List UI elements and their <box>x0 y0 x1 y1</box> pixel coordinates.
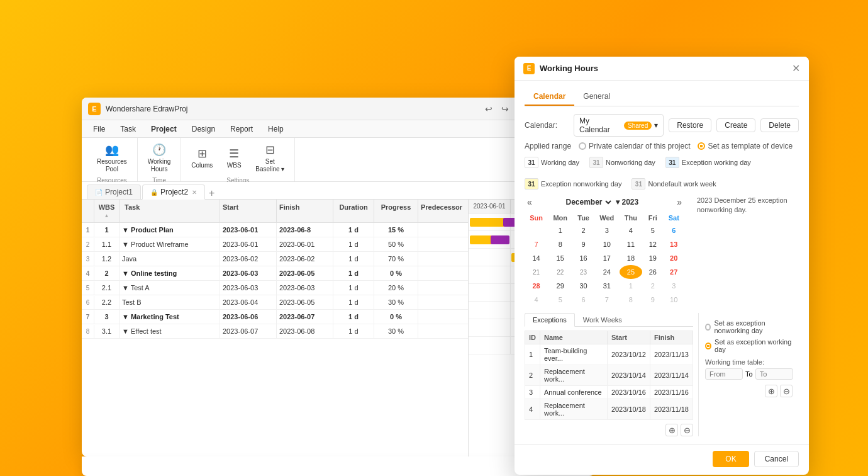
exc-tab-exceptions[interactable]: Exceptions <box>525 313 575 327</box>
cal-month-select[interactable]: December <box>564 197 613 207</box>
menu-help[interactable]: Help <box>262 122 290 136</box>
cell-task-4[interactable]: ▼ Online testing <box>120 266 220 280</box>
cal-day[interactable] <box>525 224 548 237</box>
cell-task-5[interactable]: ▼ Test A <box>120 281 220 295</box>
add-exception-button[interactable]: ⊕ <box>665 424 678 436</box>
tab-project2-close[interactable]: ✕ <box>192 189 197 196</box>
cal-day-other[interactable]: 7 <box>594 293 620 307</box>
redo-button[interactable]: ↪ <box>498 101 513 116</box>
cal-day[interactable]: 18 <box>620 251 642 265</box>
cell-task-1[interactable]: ▼ Product Plan <box>120 223 220 237</box>
menu-report[interactable]: Report <box>224 122 259 136</box>
delete-button[interactable]: Delete <box>760 118 799 132</box>
resources-pool-button[interactable]: 👥 ResourcesPool <box>92 140 132 176</box>
dialog-tab-general[interactable]: General <box>574 88 619 106</box>
option-working[interactable]: Set as exception working day <box>705 338 793 353</box>
working-hours-button[interactable]: 🕐 WorkingHours <box>143 140 176 176</box>
cal-day-other[interactable]: 3 <box>663 279 684 293</box>
cell-task-8[interactable]: ▼ Effect test <box>120 324 220 338</box>
remove-time-button[interactable]: ⊖ <box>780 385 793 397</box>
cal-day-sun[interactable]: 7 <box>525 237 548 251</box>
columns-button[interactable]: ⊞ Colums <box>186 144 218 172</box>
cal-day[interactable]: 21 <box>525 265 548 279</box>
cal-day-other[interactable]: 9 <box>642 293 663 307</box>
restore-button[interactable]: Restore <box>669 118 711 132</box>
cal-day[interactable]: 14 <box>525 251 548 265</box>
exc-row-4[interactable]: 4 Replacement work... 2023/10/18 2023/11… <box>525 399 693 420</box>
ok-button[interactable]: OK <box>713 451 748 467</box>
to-input[interactable] <box>755 368 793 380</box>
exc-row-1[interactable]: 1 Team-building ever... 2023/10/12 2023/… <box>525 344 693 365</box>
remove-exception-button[interactable]: ⊖ <box>681 424 693 436</box>
cal-day[interactable]: 28 <box>525 279 548 293</box>
cal-day-other[interactable]: 10 <box>663 293 684 307</box>
option-nonworking[interactable]: Set as exception nonworking day <box>705 319 793 334</box>
cal-day[interactable]: 1 <box>548 224 572 237</box>
cell-task-2[interactable]: ▼ Product Wireframe <box>120 237 220 251</box>
dialog-close-button[interactable]: ✕ <box>792 62 800 74</box>
cal-day[interactable]: 19 <box>642 251 663 265</box>
menu-file[interactable]: File <box>87 122 111 136</box>
cal-next-button[interactable]: » <box>674 196 684 208</box>
cal-day[interactable]: 29 <box>548 279 572 293</box>
cal-day[interactable]: 31 <box>594 279 620 293</box>
cal-year-input[interactable] <box>622 198 646 207</box>
cal-day-other[interactable]: 4 <box>525 293 548 307</box>
radio-template[interactable]: Set as template of device <box>698 142 793 150</box>
cal-day-other[interactable]: 8 <box>620 293 642 307</box>
set-baseline-button[interactable]: ⊟ SetBaseline ▾ <box>250 140 289 176</box>
exc-row-3[interactable]: 3 Annual conference 2023/10/16 2023/11/1… <box>525 386 693 399</box>
cal-day[interactable]: 4 <box>620 224 642 237</box>
cal-day[interactable]: 13 <box>663 237 684 251</box>
cal-day-other[interactable]: 6 <box>572 293 594 307</box>
exc-col-start: Start <box>607 331 650 344</box>
dialog-tab-calendar[interactable]: Calendar <box>525 88 574 106</box>
cal-day[interactable]: 10 <box>594 237 620 251</box>
table-row: 5 2.1 ▼ Test A 2023-06-03 2023-06-03 1 d… <box>82 281 468 295</box>
cal-day[interactable]: 26 <box>642 265 663 279</box>
exc-tab-workweeks[interactable]: Work Weeks <box>575 313 630 326</box>
cal-day[interactable]: 12 <box>642 237 663 251</box>
cal-prev-prev-button[interactable]: « <box>525 196 535 208</box>
cal-day-sat[interactable]: 6 <box>663 224 684 237</box>
cell-task-6[interactable]: Test B <box>120 295 220 309</box>
cal-day[interactable]: 9 <box>572 237 594 251</box>
cal-day[interactable]: 24 <box>594 265 620 279</box>
cal-day-sat[interactable]: 20 <box>663 251 684 265</box>
cell-task-7[interactable]: ▼ Marketing Test <box>120 310 220 324</box>
cal-day[interactable]: 22 <box>548 265 572 279</box>
menu-task[interactable]: Task <box>114 122 142 136</box>
cal-day[interactable]: 5 <box>642 224 663 237</box>
cal-day-other[interactable]: 1 <box>620 279 642 293</box>
wbs-button[interactable]: ☰ WBS <box>220 144 248 172</box>
menu-design[interactable]: Design <box>186 122 221 136</box>
cal-day[interactable]: 17 <box>594 251 620 265</box>
tab-project1[interactable]: 📄 Project1 <box>87 184 141 199</box>
cal-day[interactable]: 2 <box>572 224 594 237</box>
cal-day-other[interactable]: 2 <box>642 279 663 293</box>
cell-task-3[interactable]: Java <box>120 252 220 266</box>
cal-day[interactable]: 11 <box>620 237 642 251</box>
cal-day[interactable]: 8 <box>548 237 572 251</box>
radio-private[interactable]: Private calendar of this project <box>579 142 690 150</box>
menu-project[interactable]: Project <box>145 122 183 136</box>
undo-button[interactable]: ↩ <box>481 101 496 116</box>
cal-day[interactable]: 27 <box>663 265 684 279</box>
cal-day[interactable]: 15 <box>548 251 572 265</box>
calendar-select[interactable]: My Calendar Shared ▾ <box>574 114 664 137</box>
tab-project2[interactable]: 🔒 Project2 ✕ <box>142 184 205 200</box>
gantt-bar-2-purple <box>491 235 509 244</box>
cal-day[interactable]: 3 <box>594 224 620 237</box>
from-input[interactable] <box>705 368 743 380</box>
exc-row-2[interactable]: 2 Replacement work... 2023/10/14 2023/11… <box>525 365 693 386</box>
cal-day[interactable]: 30 <box>572 279 594 293</box>
cal-day[interactable]: 16 <box>572 251 594 265</box>
cal-day[interactable]: 23 <box>572 265 594 279</box>
cal-day-selected[interactable]: 25 <box>620 265 642 279</box>
add-tab-button[interactable]: + <box>206 188 217 199</box>
add-time-button[interactable]: ⊕ <box>765 385 777 397</box>
create-button[interactable]: Create <box>716 118 755 132</box>
cancel-button[interactable]: Cancel <box>754 451 799 467</box>
cal-day-other[interactable]: 5 <box>548 293 572 307</box>
exc-col-finish: Finish <box>650 331 693 344</box>
